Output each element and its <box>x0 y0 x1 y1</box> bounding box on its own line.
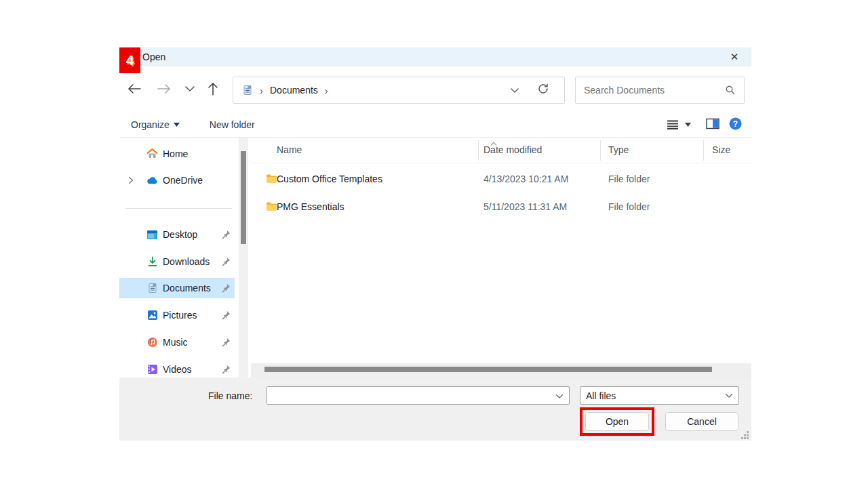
dialog-main: Home OneDrive Desktop <box>119 138 751 378</box>
sidebar-item-label: Home <box>163 148 188 159</box>
breadcrumb-chevron-icon: › <box>258 85 264 96</box>
file-name: Custom Office Templates <box>277 174 382 184</box>
file-name-combobox[interactable] <box>267 386 570 405</box>
search-input[interactable] <box>584 85 725 96</box>
sidebar-item-label: Desktop <box>163 229 197 240</box>
column-divider[interactable] <box>600 140 601 161</box>
dropdown-arrow-icon <box>174 123 180 127</box>
sidebar-scrollbar-thumb[interactable] <box>241 151 246 244</box>
column-header-name[interactable]: Name <box>277 144 302 155</box>
preview-pane-button[interactable] <box>706 118 719 132</box>
chevron-down-icon <box>184 85 195 92</box>
column-divider[interactable] <box>703 140 704 161</box>
forward-arrow-icon <box>157 83 172 95</box>
organize-label: Organize <box>131 119 170 130</box>
recent-locations-button[interactable] <box>179 78 201 100</box>
breadcrumb-chevron-icon[interactable]: › <box>323 85 330 96</box>
back-button[interactable] <box>123 78 145 100</box>
file-date-modified: 4/13/2023 10:21 AM <box>484 174 568 184</box>
pin-icon <box>221 257 231 266</box>
expand-chevron-icon[interactable] <box>126 176 136 184</box>
chevron-down-icon <box>510 87 519 94</box>
dialog-title: Open <box>142 52 165 62</box>
sidebar-item-music[interactable]: Music <box>119 332 235 352</box>
chevron-down-icon <box>725 393 733 399</box>
sidebar-item-label: OneDrive <box>163 175 203 186</box>
file-type-value: All files <box>586 390 616 401</box>
open-button[interactable]: Open <box>585 412 649 431</box>
folder-icon <box>266 201 277 211</box>
sidebar-item-label: Videos <box>163 364 192 375</box>
home-icon <box>146 148 158 160</box>
resize-grip[interactable] <box>741 430 749 439</box>
address-dropdown-button[interactable] <box>510 84 519 96</box>
sidebar-item-label: Downloads <box>163 256 210 267</box>
file-name-input[interactable] <box>267 387 555 404</box>
documents-icon <box>242 85 253 96</box>
column-header-type[interactable]: Type <box>608 144 629 155</box>
help-icon: ? <box>729 117 742 130</box>
column-divider[interactable] <box>478 140 479 161</box>
breadcrumb-location[interactable]: Documents <box>270 85 318 96</box>
search-box[interactable] <box>575 77 745 104</box>
back-arrow-icon <box>127 83 142 95</box>
column-header-size[interactable]: Size <box>712 144 730 155</box>
videos-icon <box>146 364 158 375</box>
sidebar-item-desktop[interactable]: Desktop <box>119 224 235 245</box>
pin-icon <box>221 310 231 320</box>
breadcrumb: › Documents › <box>233 85 510 96</box>
search-icon <box>725 85 736 96</box>
sidebar-item-home[interactable]: Home <box>119 144 235 164</box>
up-button[interactable] <box>202 78 224 100</box>
details-view-icon <box>666 119 679 130</box>
forward-button[interactable] <box>153 78 175 100</box>
file-row-custom-office-templates[interactable]: Custom Office Templates 4/13/2023 10:21 … <box>251 167 751 192</box>
refresh-button[interactable] <box>537 83 549 98</box>
file-name-label: File name: <box>208 390 252 401</box>
file-type: File folder <box>608 201 650 212</box>
folder-icon <box>266 174 277 184</box>
file-row-pmg-essentials[interactable]: PMG Essentials 5/11/2023 11:31 AM File f… <box>251 195 751 220</box>
sidebar-item-documents[interactable]: Documents <box>119 278 235 298</box>
cancel-button[interactable]: Cancel <box>665 412 738 431</box>
music-icon <box>146 337 158 348</box>
sidebar-item-label: Music <box>163 337 188 348</box>
navigation-pane: Home OneDrive Desktop <box>119 138 239 378</box>
file-type-dropdown[interactable]: All files <box>580 386 739 405</box>
desktop-icon <box>146 229 158 241</box>
new-folder-button[interactable]: New folder <box>210 119 255 130</box>
navigation-row: › Documents › <box>119 73 751 106</box>
sidebar-item-onedrive[interactable]: OneDrive <box>119 170 235 190</box>
annotation-step-badge: 4 <box>119 47 140 73</box>
up-arrow-icon <box>207 81 219 96</box>
address-bar[interactable]: › Documents › <box>233 77 565 104</box>
onedrive-icon <box>146 175 158 186</box>
organize-button[interactable]: Organize <box>131 119 180 130</box>
sidebar-item-downloads[interactable]: Downloads <box>119 251 235 272</box>
downloads-icon <box>146 256 158 268</box>
toolbar: Organize New folder ? <box>119 113 751 138</box>
help-button[interactable]: ? <box>729 117 742 133</box>
sidebar-item-label: Pictures <box>163 310 197 321</box>
sidebar-scrollbar-track[interactable] <box>239 138 248 378</box>
pin-icon <box>221 283 231 293</box>
preview-pane-icon <box>706 118 719 129</box>
sidebar-item-videos[interactable]: Videos <box>119 359 235 380</box>
svg-text:?: ? <box>733 119 738 128</box>
sidebar-item-pictures[interactable]: Pictures <box>119 305 235 325</box>
horizontal-scrollbar-track[interactable] <box>251 363 751 378</box>
pin-icon <box>221 365 231 374</box>
column-header-date-modified[interactable]: Date modified <box>484 144 542 155</box>
new-folder-label: New folder <box>210 119 255 130</box>
file-type: File folder <box>608 174 650 184</box>
dialog-footer: File name: All files <box>119 378 751 441</box>
refresh-icon <box>537 83 549 95</box>
close-icon[interactable]: ✕ <box>724 47 745 66</box>
chevron-down-icon[interactable] <box>555 390 569 402</box>
sidebar-separator <box>125 208 232 209</box>
views-button[interactable] <box>666 119 691 130</box>
horizontal-scrollbar-thumb[interactable] <box>264 367 712 372</box>
open-dialog: 4 Open ✕ › Documents › <box>119 47 751 441</box>
pictures-icon <box>146 310 158 321</box>
pin-icon <box>221 230 231 239</box>
